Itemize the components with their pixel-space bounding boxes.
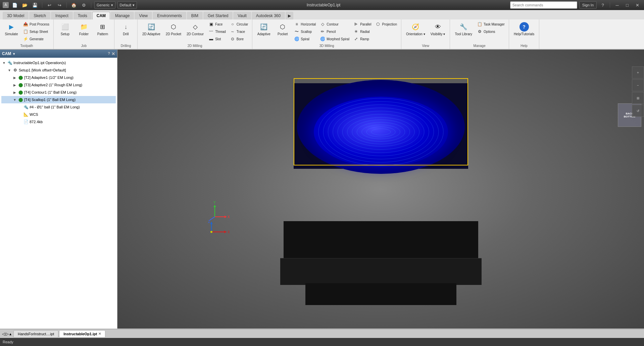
tree-expand-adaptive2[interactable]: ▶ xyxy=(12,83,17,87)
pattern-icon: ⊞ xyxy=(98,22,107,32)
ribbon-tabs: 3D Model Sketch Inspect Tools CAM Manage… xyxy=(0,10,644,19)
maximize-icon[interactable]: □ xyxy=(623,1,631,9)
tab-inspect[interactable]: Inspect xyxy=(51,12,73,19)
tab-bim[interactable]: BIM xyxy=(187,12,203,19)
bore-button[interactable]: ⊙ Bore xyxy=(229,36,249,42)
bottom-tab-1-label: HandsForInstruct....ipt xyxy=(18,332,54,336)
drill-button[interactable]: ↓ Drill xyxy=(117,21,135,37)
tool-library-button[interactable]: 🔧 Tool Library xyxy=(453,21,474,37)
sign-in-button[interactable]: Sign In xyxy=(579,1,597,9)
setup-button[interactable]: ⬜ Setup xyxy=(56,21,74,37)
open-btn[interactable]: 📂 xyxy=(21,1,29,9)
settings-btn[interactable]: ⚙ xyxy=(80,1,88,9)
fit-button[interactable]: ⊞ xyxy=(632,92,644,104)
visibility-button[interactable]: 👁 Visibility ▾ xyxy=(429,21,447,37)
2d-adaptive-button[interactable]: 🔄 2D Adaptive xyxy=(140,21,162,37)
projection-button[interactable]: ⬡ Projection xyxy=(374,21,398,28)
close-icon[interactable]: ✕ xyxy=(633,1,641,9)
morphed-spiral-button[interactable]: 🌀 Morphed Spiral xyxy=(318,36,351,42)
tree-item-root[interactable]: ▼ 🔩 InstructableOp1.ipt Operation(s) xyxy=(1,59,116,66)
bottom-tab-1[interactable]: HandsForInstruct....ipt xyxy=(13,330,58,338)
search-input[interactable] xyxy=(510,1,577,9)
toolpath-svg xyxy=(314,97,448,167)
folder-button[interactable]: 📁 Folder xyxy=(75,21,93,37)
tree-expand-contour1[interactable]: ▶ xyxy=(12,91,17,94)
pencil-button[interactable]: ✏ Pencil xyxy=(318,28,351,35)
radial-icon: ✳ xyxy=(353,29,359,34)
spiral-button[interactable]: 🌀 Spiral xyxy=(293,36,317,42)
close-panel-icon[interactable]: ✕ xyxy=(111,51,115,56)
tree-expand-scallop1[interactable]: ▼ xyxy=(12,98,17,102)
pocket-button[interactable]: ⬡ Pocket xyxy=(274,21,291,37)
tree-item-filesize[interactable]: 📄 872.4kb xyxy=(1,118,116,126)
tab-manage[interactable]: Manage xyxy=(111,12,134,19)
pattern-button[interactable]: ⊞ Pattern xyxy=(94,21,111,37)
minimize-icon[interactable]: ─ xyxy=(613,1,621,9)
zoom-in-button[interactable]: + xyxy=(632,66,644,79)
bottom-tab-2-close[interactable]: ✕ xyxy=(98,332,101,336)
tree-item-scallop1[interactable]: ▼ ⬤ [T4] Scallop1 (1" Ball EM Long) xyxy=(1,96,116,103)
setup-sheet-button[interactable]: 📋 Setup Sheet xyxy=(21,28,51,35)
save-btn[interactable]: 💾 xyxy=(31,1,39,9)
tree-expand-root[interactable]: ▼ xyxy=(1,61,7,65)
parallel-button[interactable]: ⫸ Parallel xyxy=(352,21,373,28)
face-button[interactable]: ▣ Face xyxy=(207,21,227,28)
tree-expand-setup1[interactable]: ▼ xyxy=(7,68,12,72)
tab-tools[interactable]: Tools xyxy=(73,12,92,19)
help-panel-icon[interactable]: ? xyxy=(108,51,110,56)
tab-environments[interactable]: Environments xyxy=(153,12,186,19)
tab-list-icon[interactable]: ▴ xyxy=(9,332,11,336)
horizontal-button[interactable]: ≡ Horizontal xyxy=(293,21,317,28)
tab-cam[interactable]: CAM xyxy=(92,12,110,19)
tree-item-setup1[interactable]: ▼ ⚙ Setup1 [Work offset=Default] xyxy=(1,66,116,74)
tab-3dmodel[interactable]: 3D Model xyxy=(3,12,29,19)
zoom-out-button[interactable]: − xyxy=(632,79,644,91)
tab-vault[interactable]: Vault xyxy=(233,12,251,19)
tree-expand-adaptive1[interactable]: ▶ xyxy=(12,76,17,80)
orientation-button[interactable]: 🧭 Orientation ▾ xyxy=(404,21,427,37)
post-process-button[interactable]: 📤 Post Process xyxy=(21,21,51,28)
tab-prev-icon[interactable]: ◁ xyxy=(2,332,5,336)
thread-button[interactable]: 〰 Thread xyxy=(207,28,227,35)
tab-view[interactable]: View xyxy=(135,12,152,19)
radial-button[interactable]: ✳ Radial xyxy=(352,28,373,35)
2d-pocket-button[interactable]: ⬡ 2D Pocket xyxy=(164,21,183,37)
tree-item-tool4[interactable]: 🔩 #4 - Ø1" ball (1" Ball EM Long) xyxy=(1,103,116,111)
tab-more[interactable]: ▶ xyxy=(286,12,293,19)
new-btn[interactable]: 📄 xyxy=(11,1,19,9)
contour-button[interactable]: ◇ Contour xyxy=(318,21,351,28)
drill-icon: ↓ xyxy=(121,22,131,32)
generate-button[interactable]: ⚡ Generate xyxy=(21,36,51,42)
tab-next-icon[interactable]: ▷ xyxy=(6,332,9,336)
help-tutorials-button[interactable]: ? Help/Tutorials xyxy=(512,21,536,37)
titlebar: A 📄 📂 💾 ↩ ↪ 🏠 ⚙ Generic ▾ Default ▾ Inst… xyxy=(0,0,644,10)
simulate-button[interactable]: ▶ Simulate xyxy=(3,21,20,37)
circular-button[interactable]: ○ Circular xyxy=(229,21,249,28)
adaptive-button[interactable]: 🔄 Adaptive xyxy=(255,21,273,37)
help-icon[interactable]: ? xyxy=(599,1,607,9)
chevron-down-icon: ▾ xyxy=(13,52,15,56)
options-button[interactable]: ⚙ Options xyxy=(476,28,506,35)
tree-item-adaptive2[interactable]: ▶ ⬤ [T3] Adaptive2 (1" Rough EM Long) xyxy=(1,81,116,89)
bottom-tab-2[interactable]: InstructableOp1.ipt ✕ xyxy=(59,330,105,338)
tree-item-contour1[interactable]: ▶ ⬤ [T4] Contour1 (1" Ball EM Long) xyxy=(1,89,116,96)
tab-sketch[interactable]: Sketch xyxy=(29,12,50,19)
svg-point-10 xyxy=(366,127,395,137)
workspace-dropdown[interactable]: Default ▾ xyxy=(117,1,137,9)
slot-button[interactable]: ▬ Slot xyxy=(207,36,227,42)
profile-dropdown[interactable]: Generic ▾ xyxy=(94,1,115,9)
tree-item-wcs[interactable]: 📐 WCS xyxy=(1,111,116,118)
redo-btn[interactable]: ↪ xyxy=(55,1,63,9)
ramp-button[interactable]: ⤢ Ramp xyxy=(352,36,373,42)
task-manager-button[interactable]: 📋 Task Manager xyxy=(476,21,506,28)
undo-btn[interactable]: ↩ xyxy=(45,1,53,9)
tree-item-adaptive1[interactable]: ▶ ⬤ [T2] Adaptive1 (1/2" EM Long) xyxy=(1,74,116,81)
tab-autodesk360[interactable]: Autodesk 360 xyxy=(252,12,285,19)
tab-get-started[interactable]: Get Started xyxy=(203,12,233,19)
trace-button[interactable]: ～ Trace xyxy=(229,28,249,35)
2d-contour-button[interactable]: ◇ 2D Contour xyxy=(185,21,206,37)
viewport[interactable]: X Y Z X xyxy=(117,50,644,329)
rotate-button[interactable]: ↺ xyxy=(632,105,644,117)
scallop-button[interactable]: 〜 Scallop xyxy=(293,28,317,35)
home-btn[interactable]: 🏠 xyxy=(70,1,78,9)
